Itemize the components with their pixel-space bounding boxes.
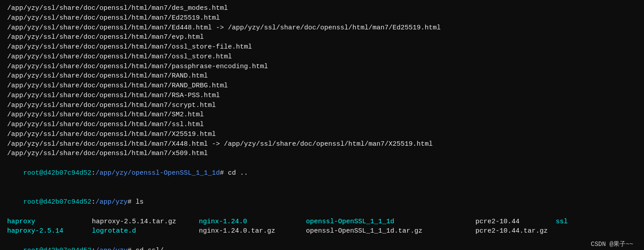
ls-logrotate: logrotate.d xyxy=(92,226,199,236)
prompt-ls-1: root@d42b07c94d52:/app/yzy# ls xyxy=(7,188,637,217)
line-10: /app/yzy/ssl/share/doc/openssl/html/man7… xyxy=(7,91,637,101)
prompt-user-host: root@d42b07c94d52 xyxy=(23,169,91,177)
ls-haproxy: haproxy xyxy=(7,217,92,227)
line-11: /app/yzy/ssl/share/doc/openssl/html/man7… xyxy=(7,101,637,111)
ls-openssl-tar: openssl-OpenSSL_1_1_1d.tar.gz xyxy=(306,226,475,236)
prompt-user-host-3: root@d42b07c94d52 xyxy=(23,247,91,250)
line-9: /app/yzy/ssl/share/doc/openssl/html/man7… xyxy=(7,81,637,91)
line-5: /app/yzy/ssl/share/doc/openssl/html/man7… xyxy=(7,42,637,52)
prompt-user-host-2: root@d42b07c94d52 xyxy=(23,198,91,206)
line-1: /app/yzy/ssl/share/doc/openssl/html/man7… xyxy=(7,4,637,13)
ls-nginx-tar: nginx-1.24.0.tar.gz xyxy=(199,226,306,236)
line-3: /app/yzy/ssl/share/doc/openssl/html/man7… xyxy=(7,23,637,33)
ls-nginx: nginx-1.24.0 xyxy=(199,217,306,227)
ls-output-row2: haproxy-2.5.14 logrotate.d nginx-1.24.0.… xyxy=(7,226,637,236)
line-14: /app/yzy/ssl/share/doc/openssl/html/man7… xyxy=(7,130,637,139)
line-15: /app/yzy/ssl/share/doc/openssl/html/man7… xyxy=(7,139,637,149)
ls-ssl: ssl xyxy=(556,217,568,227)
ls-pcre2-tar: pcre2-10.44.tar.gz xyxy=(475,226,548,236)
line-4: /app/yzy/ssl/share/doc/openssl/html/man7… xyxy=(7,33,637,42)
ls-output-row1: haproxy haproxy-2.5.14.tar.gz nginx-1.24… xyxy=(7,217,637,227)
line-6: /app/yzy/ssl/share/doc/openssl/html/man7… xyxy=(7,52,637,62)
ls-pcre2: pcre2-10.44 xyxy=(475,217,556,227)
line-16: /app/yzy/ssl/share/doc/openssl/html/man7… xyxy=(7,149,637,159)
prompt-path-2: /app/yzy xyxy=(95,198,128,206)
terminal-window: /app/yzy/ssl/share/doc/openssl/html/man7… xyxy=(4,2,640,250)
ls-haproxy-tar: haproxy-2.5.14.tar.gz xyxy=(92,217,199,227)
ls-haproxy-2: haproxy-2.5.14 xyxy=(7,226,92,236)
line-13: /app/yzy/ssl/share/doc/openssl/html/man7… xyxy=(7,120,637,130)
prompt-path-1: /app/yzy/openssl-OpenSSL_1_1_1d xyxy=(95,169,220,177)
line-2: /app/yzy/ssl/share/doc/openssl/html/man7… xyxy=(7,13,637,23)
line-12: /app/yzy/ssl/share/doc/openssl/html/man7… xyxy=(7,110,637,120)
ls-openssl: openssl-OpenSSL_1_1_1d xyxy=(306,217,475,227)
prompt-cd-ssl: root@d42b07c94d52:/app/yzy# cd ssl/ xyxy=(7,236,637,250)
prompt-path-3: /app/yzy xyxy=(95,247,128,250)
prompt-cd-dotdot: root@d42b07c94d52:/app/yzy/openssl-OpenS… xyxy=(7,159,637,188)
watermark: CSDN @果子~~ xyxy=(591,240,633,248)
line-8: /app/yzy/ssl/share/doc/openssl/html/man7… xyxy=(7,71,637,81)
line-7: /app/yzy/ssl/share/doc/openssl/html/man7… xyxy=(7,62,637,72)
